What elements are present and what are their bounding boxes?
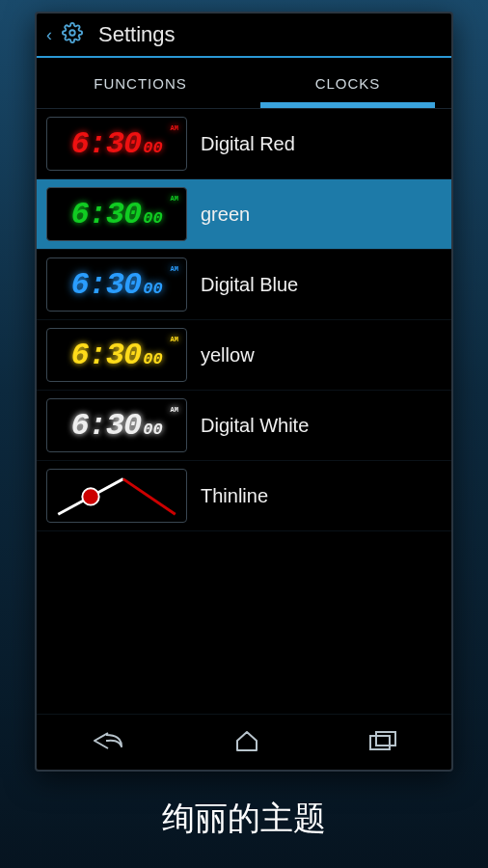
svg-point-3 (82, 488, 98, 504)
tab-clocks[interactable]: CLOCKS (244, 58, 451, 108)
promo-caption: 绚丽的主题 (0, 797, 488, 841)
clock-ampm: AM (171, 406, 178, 414)
theme-row-green[interactable]: 6:30 00 AM green (37, 179, 451, 250)
phone-frame: ‹ Settings FUNCTIONS CLOCKS 6:30 00 AM D… (35, 12, 453, 772)
clock-preview (46, 469, 187, 523)
theme-row-digital-white[interactable]: 6:30 00 AM Digital White (37, 391, 451, 461)
clock-preview: 6:30 00 AM (46, 117, 187, 171)
theme-label: Digital Red (201, 133, 295, 155)
back-icon[interactable]: ‹ (42, 25, 56, 45)
tabs: FUNCTIONS CLOCKS (37, 58, 451, 108)
clock-main: 6:30 (70, 338, 141, 373)
clock-sec: 00 (143, 139, 162, 157)
theme-list: 6:30 00 AM Digital Red 6:30 00 AM green … (37, 109, 451, 714)
theme-row-thinline[interactable]: Thinline (37, 461, 451, 531)
theme-row-digital-blue[interactable]: 6:30 00 AM Digital Blue (37, 250, 451, 320)
clock-ampm: AM (171, 265, 178, 273)
tab-functions[interactable]: FUNCTIONS (37, 58, 244, 108)
theme-label: yellow (201, 344, 255, 366)
clock-ampm: AM (171, 195, 178, 203)
clock-preview: 6:30 00 AM (46, 398, 187, 452)
theme-label: Digital Blue (201, 274, 298, 296)
theme-label: Thinline (201, 485, 268, 507)
app-bar: ‹ Settings (37, 14, 451, 56)
clock-ampm: AM (171, 336, 178, 343)
svg-point-0 (69, 30, 75, 36)
clock-main: 6:30 (70, 126, 141, 162)
theme-label: Digital White (201, 415, 309, 437)
nav-back-icon[interactable] (91, 729, 125, 756)
svg-rect-4 (370, 736, 390, 749)
theme-label: green (201, 203, 250, 226)
clock-sec: 00 (143, 209, 162, 228)
clock-sec: 00 (143, 280, 162, 298)
clock-preview: 6:30 00 AM (46, 187, 187, 241)
theme-row-digital-red[interactable]: 6:30 00 AM Digital Red (37, 109, 451, 179)
svg-rect-5 (376, 732, 395, 746)
gear-icon[interactable] (62, 22, 83, 47)
theme-row-yellow[interactable]: 6:30 00 AM yellow (37, 320, 451, 391)
clock-main: 6:30 (70, 197, 141, 232)
clock-main: 6:30 (70, 408, 141, 444)
clock-preview: 6:30 00 AM (46, 328, 187, 382)
nav-recent-icon[interactable] (368, 730, 397, 755)
svg-line-2 (123, 479, 176, 515)
clock-sec: 00 (143, 420, 162, 439)
nav-home-icon[interactable] (233, 729, 260, 756)
clock-preview: 6:30 00 AM (46, 258, 187, 312)
clock-sec: 00 (143, 350, 162, 368)
clock-ampm: AM (171, 124, 178, 132)
clock-main: 6:30 (70, 267, 141, 303)
page-title: Settings (98, 22, 176, 47)
android-navbar (37, 714, 451, 770)
